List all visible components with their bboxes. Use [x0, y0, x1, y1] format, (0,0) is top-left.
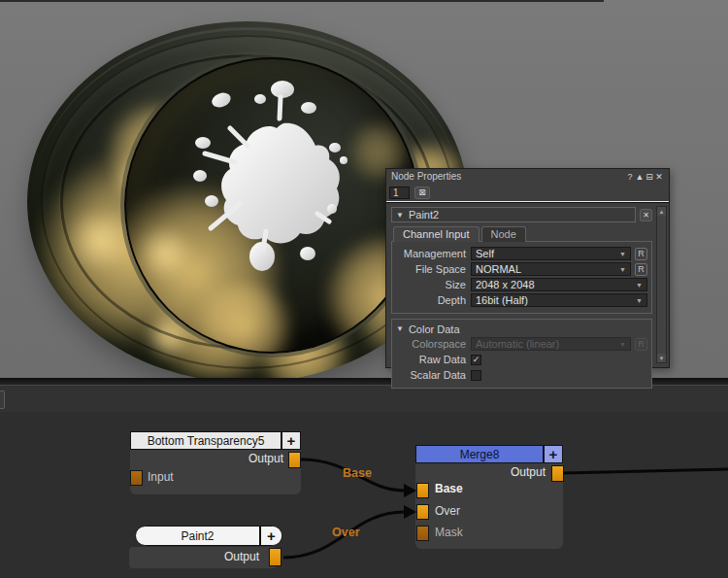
add-node-button[interactable]: + — [281, 432, 300, 449]
field-label: Depth — [396, 294, 466, 306]
field-management: Management Self ▼ R — [396, 247, 647, 260]
size-dropdown[interactable]: 2048 x 2048 ▼ — [471, 278, 647, 291]
node-graph-toolbar — [0, 385, 728, 412]
dropdown-value: Automatic (linear) — [476, 338, 619, 350]
add-node-button[interactable]: + — [259, 527, 281, 545]
output-port[interactable] — [269, 548, 281, 566]
file-space-dropdown[interactable]: NORMAL ▼ — [471, 262, 631, 276]
paint-splat — [162, 68, 366, 282]
node-merge8[interactable]: Merge8 + Output Base Over Mask — [415, 445, 563, 549]
node-header[interactable]: Merge8 + — [415, 445, 563, 463]
scalar-data-checkbox[interactable] — [471, 370, 481, 381]
panel-titlebar[interactable]: Node Properties ? ▲ ⊟ ✕ — [386, 169, 669, 184]
collapsed-side-tab[interactable] — [0, 391, 5, 409]
chevron-down-icon: ▼ — [636, 297, 643, 304]
base-input-port[interactable] — [416, 483, 429, 498]
chevron-down-icon: ▼ — [396, 324, 404, 333]
chevron-down-icon: ▼ — [619, 341, 626, 348]
node-section-header[interactable]: ▼ Paint2 — [391, 207, 636, 222]
reset-button[interactable]: R — [635, 263, 647, 276]
field-scalar-data: Scalar Data — [396, 368, 647, 382]
node-section-row: ▼ Paint2 ✕ — [391, 207, 652, 222]
management-dropdown[interactable]: Self ▼ — [471, 247, 631, 260]
channel-input-fields: Management Self ▼ R File Space NORMAL ▼ … — [391, 241, 652, 314]
output-port-label: Output — [248, 452, 283, 465]
tab-channel-input[interactable]: Channel Input — [393, 226, 480, 242]
field-label: Management — [396, 248, 466, 259]
output-port-label: Output — [224, 550, 259, 563]
node-header[interactable]: Bottom Transparency5 + — [130, 431, 301, 450]
reset-button[interactable]: R — [635, 248, 647, 260]
float-window-icon[interactable]: ⊟ — [645, 172, 654, 182]
close-icon[interactable]: ✕ — [654, 172, 664, 182]
node-section-label: Paint2 — [409, 209, 439, 221]
output-port[interactable] — [551, 465, 564, 482]
knob-inner-face — [124, 57, 419, 354]
wire-label-base: Base — [343, 466, 372, 480]
field-size: Size 2048 x 2048 ▼ — [396, 278, 647, 291]
depth-dropdown[interactable]: 16bit (Half) ▼ — [471, 293, 647, 307]
node-body[interactable]: Output Base Over Mask — [415, 463, 563, 549]
field-file-space: File Space NORMAL ▼ R — [396, 262, 647, 276]
output-port-label: Output — [511, 465, 546, 479]
color-data-title: Color Data — [409, 323, 460, 335]
dropdown-value: Self — [476, 248, 619, 259]
clear-selection-button[interactable]: ⊠ — [414, 187, 430, 199]
over-port-label: Over — [435, 504, 460, 518]
base-port-label: Base — [435, 482, 463, 495]
tab-node[interactable]: Node — [481, 226, 526, 242]
scroll-down-arrow-icon[interactable]: ▼ — [657, 354, 666, 362]
collapse-icon[interactable]: ▲ — [635, 172, 645, 182]
node-connection-wires — [0, 412, 728, 578]
chevron-down-icon: ▼ — [619, 251, 626, 257]
dropdown-value: NORMAL — [476, 263, 619, 275]
selection-count-input[interactable] — [389, 187, 410, 199]
scroll-up-arrow-icon[interactable]: ▲ — [657, 207, 666, 216]
color-data-section: ▼ Color Data Colorspace Automatic (linea… — [391, 319, 652, 389]
field-label: Colorspace — [396, 338, 466, 350]
panel-control-row: ⊠ — [386, 184, 669, 201]
dropdown-value: 16bit (Half) — [476, 294, 636, 306]
field-label: Scalar Data — [396, 369, 466, 381]
over-input-port[interactable] — [416, 504, 429, 520]
mask-input-port[interactable] — [416, 526, 429, 541]
chevron-down-icon: ▼ — [619, 266, 626, 273]
reset-button: R — [635, 338, 647, 351]
node-section-close-button[interactable]: ✕ — [640, 209, 652, 221]
field-label: Size — [396, 279, 466, 290]
panel-title: Node Properties — [391, 171, 625, 182]
node-bottom-transparency5[interactable]: Bottom Transparency5 + Output Input — [130, 431, 301, 494]
node-graph-canvas[interactable]: Bottom Transparency5 + Output Input Pain… — [0, 412, 728, 578]
node-header-pill[interactable]: Paint2 + — [135, 526, 282, 546]
panel-scrollbar[interactable]: ▲ ▼ — [656, 206, 667, 363]
chevron-down-icon[interactable]: ▼ — [396, 211, 404, 220]
node-title: Paint2 — [136, 527, 259, 545]
input-port-label: Input — [148, 470, 174, 484]
help-icon[interactable]: ? — [625, 172, 635, 182]
dropdown-value: 2048 x 2048 — [476, 279, 636, 290]
node-body[interactable]: Output — [129, 547, 277, 568]
add-node-button[interactable]: + — [543, 446, 562, 462]
pane-border-line — [0, 0, 604, 2]
mask-port-label: Mask — [435, 526, 463, 539]
node-title: Bottom Transparency5 — [131, 432, 281, 449]
field-depth: Depth 16bit (Half) ▼ — [396, 293, 647, 307]
tab-bar: Channel Input Node — [391, 226, 652, 242]
node-paint2[interactable]: Paint2 + Output — [129, 526, 281, 570]
output-port[interactable] — [288, 452, 301, 468]
mari-workspace: Bottom Transparency5 + Output Input Pain… — [0, 0, 728, 578]
field-label: Raw Data — [396, 354, 466, 365]
wire-label-over: Over — [332, 526, 360, 539]
node-title: Merge8 — [416, 446, 543, 462]
colorspace-dropdown: Automatic (linear) ▼ — [471, 337, 631, 351]
input-port[interactable] — [130, 470, 143, 486]
node-body[interactable]: Output Input — [130, 450, 301, 494]
color-data-header[interactable]: ▼ Color Data — [396, 323, 647, 335]
chevron-down-icon: ▼ — [636, 282, 643, 289]
field-colorspace: Colorspace Automatic (linear) ▼ R — [396, 337, 647, 351]
field-raw-data: Raw Data ✓ — [396, 353, 647, 366]
raw-data-checkbox[interactable]: ✓ — [471, 355, 481, 365]
panel-content: ▲ ▼ ▼ Paint2 ✕ Channel Input Node Manage… — [386, 203, 669, 366]
node-properties-panel: Node Properties ? ▲ ⊟ ✕ ⊠ ▲ ▼ ▼ Paint2 ✕ — [385, 168, 670, 368]
field-label: File Space — [396, 263, 466, 275]
